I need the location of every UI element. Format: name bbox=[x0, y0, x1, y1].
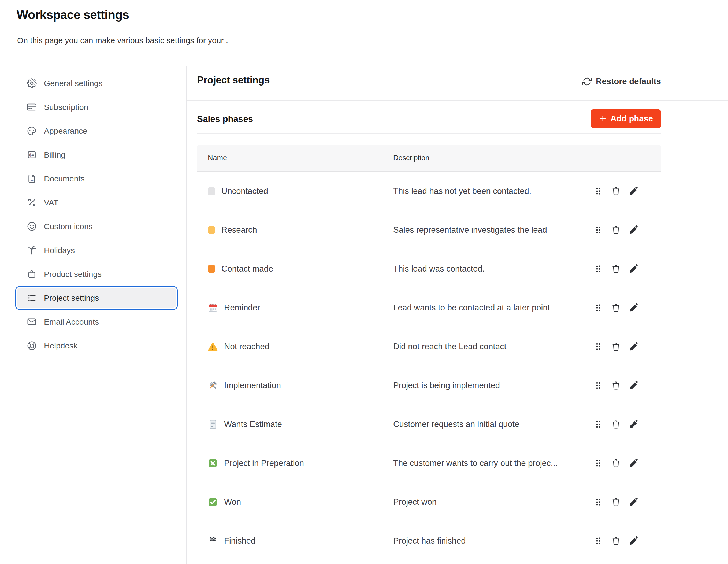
sidebar-item-general-settings[interactable]: General settings bbox=[15, 71, 178, 95]
sidebar-item-subscription[interactable]: Subscription bbox=[15, 95, 178, 119]
sidebar-item-appearance[interactable]: Appearance bbox=[15, 119, 178, 143]
drag-handle-icon[interactable] bbox=[593, 497, 603, 507]
sidebar-item-label: Subscription bbox=[44, 103, 88, 112]
sidebar-item-documents[interactable]: PDF Documents bbox=[15, 167, 178, 191]
sidebar-item-billing[interactable]: $ Billing bbox=[15, 143, 178, 167]
sidebar-item-vat[interactable]: VAT bbox=[15, 191, 178, 214]
amber-square-icon bbox=[208, 226, 215, 234]
phase-name: Project in Preperation bbox=[224, 458, 304, 468]
sidebar-item-label: Email Accounts bbox=[44, 317, 99, 326]
pencil-icon[interactable] bbox=[629, 419, 639, 429]
phase-name-cell: Uncontacted bbox=[208, 186, 268, 196]
row-actions bbox=[593, 458, 639, 468]
phase-description: Project won bbox=[393, 497, 437, 507]
row-actions bbox=[593, 186, 639, 196]
restore-defaults-button[interactable]: Restore defaults bbox=[582, 77, 661, 86]
sidebar-item-custom-icons[interactable]: Custom icons bbox=[15, 214, 178, 238]
drag-handle-icon[interactable] bbox=[593, 380, 603, 391]
sidebar-item-label: Project settings bbox=[44, 294, 99, 303]
table-row: Wants Estimate Customer requests an init… bbox=[197, 405, 661, 444]
column-header-description: Description bbox=[393, 154, 429, 162]
phase-name: Wants Estimate bbox=[224, 420, 282, 429]
calendar-icon bbox=[208, 303, 218, 313]
sidebar-item-holidays[interactable]: Holidays bbox=[15, 238, 178, 262]
pencil-icon[interactable] bbox=[629, 458, 639, 468]
sidebar-item-helpdesk[interactable]: Helpdesk bbox=[15, 334, 178, 358]
trash-icon[interactable] bbox=[611, 497, 621, 507]
envelope-icon bbox=[27, 317, 37, 327]
table-row: Finished Project has finished bbox=[197, 521, 661, 560]
sidebar-item-label: Documents bbox=[44, 174, 85, 183]
section-divider bbox=[197, 133, 661, 134]
add-phase-button[interactable]: Add phase bbox=[591, 109, 661, 128]
phase-name: Not reached bbox=[224, 342, 269, 351]
header-divider bbox=[187, 100, 728, 101]
drag-handle-icon[interactable] bbox=[593, 264, 603, 274]
trash-icon[interactable] bbox=[611, 536, 621, 546]
palette-icon bbox=[27, 126, 37, 136]
sidebar-item-email-accounts[interactable]: Email Accounts bbox=[15, 310, 178, 334]
pencil-icon[interactable] bbox=[629, 380, 639, 391]
trash-icon[interactable] bbox=[611, 458, 621, 468]
section-heading: Project settings bbox=[197, 75, 270, 86]
trash-icon[interactable] bbox=[611, 303, 621, 313]
trash-icon[interactable] bbox=[611, 186, 621, 196]
sidebar-item-project-settings[interactable]: Project settings bbox=[15, 286, 178, 310]
page-title: Workspace settings bbox=[17, 8, 129, 22]
phase-description: Customer requests an initial quote bbox=[393, 420, 519, 429]
page-subtitle: On this page you can make various basic … bbox=[17, 36, 228, 45]
pencil-icon[interactable] bbox=[629, 225, 639, 235]
phase-name: Research bbox=[221, 225, 257, 235]
row-actions bbox=[593, 225, 639, 235]
row-actions bbox=[593, 303, 639, 313]
sidebar-item-label: Product settings bbox=[44, 270, 102, 279]
sidebar-item-label: Appearance bbox=[44, 127, 87, 136]
row-actions bbox=[593, 264, 639, 274]
column-header-name: Name bbox=[208, 154, 227, 162]
trash-icon[interactable] bbox=[611, 264, 621, 274]
phase-name: Contact made bbox=[221, 264, 273, 274]
trash-icon[interactable] bbox=[611, 342, 621, 352]
settings-sidebar: General settings Subscription Appearance… bbox=[15, 71, 178, 358]
drag-handle-icon[interactable] bbox=[593, 186, 603, 196]
drag-handle-icon[interactable] bbox=[593, 536, 603, 546]
drag-handle-icon[interactable] bbox=[593, 419, 603, 429]
trash-icon[interactable] bbox=[611, 419, 621, 429]
trash-icon[interactable] bbox=[611, 380, 621, 391]
credit-card-icon bbox=[27, 102, 37, 112]
trash-icon[interactable] bbox=[611, 225, 621, 235]
sidebar-item-label: Billing bbox=[44, 150, 65, 159]
plus-icon bbox=[599, 115, 607, 123]
percent-icon bbox=[27, 198, 37, 207]
pencil-icon[interactable] bbox=[629, 303, 639, 313]
invoice-icon: $ bbox=[27, 150, 37, 160]
phase-name-cell: Contact made bbox=[208, 264, 273, 274]
workspace-settings-page: Workspace settings On this page you can … bbox=[0, 0, 728, 564]
pencil-icon[interactable] bbox=[629, 342, 639, 352]
table-row: Implementation Project is being implemen… bbox=[197, 366, 661, 405]
phase-name-cell: Wants Estimate bbox=[208, 419, 282, 429]
pencil-icon[interactable] bbox=[629, 186, 639, 196]
drag-handle-icon[interactable] bbox=[593, 303, 603, 313]
warning-icon bbox=[208, 342, 218, 352]
pencil-icon[interactable] bbox=[629, 536, 639, 546]
green-cross-icon bbox=[208, 458, 218, 468]
phase-name: Reminder bbox=[224, 303, 260, 313]
drag-handle-icon[interactable] bbox=[593, 458, 603, 468]
phase-description: This lead was contacted. bbox=[393, 264, 485, 274]
pencil-icon[interactable] bbox=[629, 264, 639, 274]
document-page-icon bbox=[208, 419, 218, 429]
drag-handle-icon[interactable] bbox=[593, 342, 603, 352]
phase-name: Uncontacted bbox=[221, 186, 268, 196]
drag-handle-icon[interactable] bbox=[593, 225, 603, 235]
sidebar-divider bbox=[186, 66, 187, 564]
smiley-icon bbox=[27, 221, 37, 231]
row-actions bbox=[593, 536, 639, 546]
pencil-icon[interactable] bbox=[629, 497, 639, 507]
sidebar-item-product-settings[interactable]: Product settings bbox=[15, 262, 178, 286]
table-row: Contact made This lead was contacted. bbox=[197, 249, 661, 288]
phase-description: Project has finished bbox=[393, 536, 466, 546]
row-actions bbox=[593, 419, 639, 429]
life-buoy-icon bbox=[27, 341, 37, 351]
refresh-icon bbox=[582, 77, 592, 86]
